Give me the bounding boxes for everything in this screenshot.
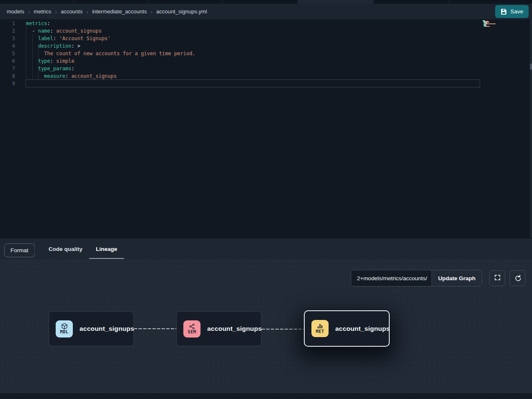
breadcrumb-bar: models›metrics›accounts›intermediate_acc…: [0, 4, 532, 19]
code-line: 1 metrics:: [0, 20, 532, 27]
format-button[interactable]: Format: [4, 243, 35, 257]
breadcrumb-item[interactable]: models: [7, 8, 24, 15]
node-badge-label: MDL: [60, 330, 69, 335]
bottom-panel-header: Format Code qualityLineage: [0, 238, 532, 259]
current-line-highlight: [26, 79, 480, 87]
top-tab-active[interactable]: [298, 0, 373, 4]
code-line: 3 label: 'Account Signups': [0, 35, 532, 42]
code-line: 7 type_params:: [0, 65, 532, 72]
refresh-button[interactable]: [509, 270, 525, 286]
line-number: 4: [0, 42, 15, 50]
graph-selector: 2+models/metrics/accounts/ Update Graph: [351, 270, 482, 286]
refresh-icon: [514, 274, 521, 282]
node-badge-label: SEM: [188, 330, 196, 335]
line-number: 8: [0, 72, 15, 80]
tab-lineage[interactable]: Lineage: [89, 238, 124, 259]
code-line-text: type: simple: [26, 57, 75, 65]
lineage-node[interactable]: MET account_signups: [304, 310, 390, 347]
code-line-text: measure: account_signups: [26, 72, 117, 80]
fullscreen-icon: [494, 274, 501, 282]
bottom-panel-tabs: Code qualityLineage: [42, 238, 124, 259]
editor-scrollbar-thumb[interactable]: [530, 64, 532, 69]
top-tab[interactable]: [74, 0, 148, 4]
line-number: 1: [0, 20, 15, 27]
code-line-text: - name: account_signups: [26, 27, 102, 35]
node-label: account_signups: [335, 325, 390, 332]
top-tab[interactable]: [148, 0, 223, 4]
code-line: 5 The count of new accounts for a given …: [0, 50, 532, 57]
code-line: 2 - name: account_signups: [0, 27, 532, 35]
breadcrumb-item[interactable]: accounts: [61, 8, 82, 15]
lineage-node[interactable]: SEM account_signups: [176, 311, 262, 346]
breadcrumb-item[interactable]: intermediate_accounts: [92, 8, 147, 15]
line-number: 3: [0, 35, 15, 42]
top-tab[interactable]: [373, 0, 450, 4]
save-floppy-icon: [501, 8, 507, 15]
lineage-canvas[interactable]: 2+models/metrics/accounts/ Update Graph …: [0, 259, 532, 393]
save-button[interactable]: Save: [495, 5, 529, 18]
graph-selector-input[interactable]: 2+models/metrics/accounts/: [351, 270, 432, 286]
code-editor[interactable]: 1 metrics: 2 - name: account_signups 3 l…: [0, 19, 532, 238]
node-badge: SEM: [183, 320, 200, 338]
status-bottom-bar: [0, 393, 532, 399]
node-label: account_signups: [207, 325, 262, 332]
line-number: 5: [0, 50, 15, 57]
lineage-node[interactable]: MDL account_signups: [49, 311, 134, 346]
line-number: 6: [0, 57, 15, 65]
breadcrumb: models›metrics›accounts›intermediate_acc…: [7, 8, 207, 15]
breadcrumb-item[interactable]: metrics: [34, 8, 51, 15]
code-line: 8 measure: account_signups: [0, 72, 532, 80]
top-tab[interactable]: [0, 0, 74, 4]
code-line: 9: [0, 80, 532, 87]
bar-chart-icon: [317, 323, 323, 329]
chevron-right-icon: ›: [86, 9, 88, 15]
code-line-text: metrics:: [26, 20, 50, 27]
code-line-text: The count of new accounts for a given ti…: [26, 50, 195, 57]
line-number: 7: [0, 65, 15, 72]
cube-icon: [61, 323, 68, 330]
code-lines: 1 metrics: 2 - name: account_signups 3 l…: [0, 20, 532, 87]
top-tab[interactable]: [450, 0, 532, 4]
code-line-text: description: >: [26, 42, 80, 50]
node-badge: MET: [311, 320, 329, 337]
chevron-right-icon: ›: [28, 9, 30, 15]
code-line-text: label: 'Account Signups': [26, 35, 111, 42]
chevron-right-icon: ›: [55, 9, 57, 15]
editor-scrollbar[interactable]: [530, 19, 532, 238]
update-graph-button[interactable]: Update Graph: [432, 270, 482, 286]
tab-code-quality[interactable]: Code quality: [42, 238, 89, 259]
chevron-right-icon: ›: [151, 9, 153, 15]
breadcrumb-item[interactable]: account_signups.yml: [156, 8, 207, 15]
top-tab[interactable]: [223, 0, 298, 4]
editor-minimap[interactable]: [483, 20, 509, 28]
code-line: 4 description: >: [0, 42, 532, 50]
save-button-label: Save: [510, 8, 523, 15]
node-badge-label: MET: [316, 329, 324, 334]
line-number: 2: [0, 27, 15, 35]
panel-header-divider: [34, 241, 35, 258]
top-tab-strip: [0, 0, 532, 4]
node-label: account_signups: [80, 325, 134, 332]
fullscreen-button[interactable]: [489, 270, 505, 286]
code-line-text: type_params:: [26, 65, 75, 72]
line-number: 9: [0, 80, 15, 87]
code-line: 6 type: simple: [0, 57, 532, 65]
network-icon: [189, 323, 195, 330]
node-badge: MDL: [56, 320, 73, 338]
